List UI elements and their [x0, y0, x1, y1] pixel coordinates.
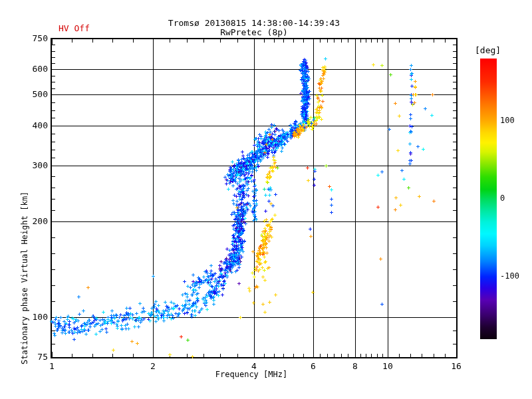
y-tick-label: 75 — [21, 352, 48, 362]
y-tick-label: 600 — [21, 64, 48, 74]
plot-title: Tromsø 20130815 14:38:00-14:39:43 — [168, 18, 340, 28]
y-tick-label: 200 — [21, 216, 48, 226]
x-tick-label: 1 — [49, 361, 55, 371]
x-tick-label: 8 — [352, 361, 358, 371]
ionogram-scatter-canvas — [0, 0, 532, 399]
x-tick-label: 10 — [382, 361, 393, 371]
colorbar-tick-label: 0 — [500, 194, 505, 203]
colorbar — [480, 59, 497, 339]
y-tick-label: 500 — [21, 89, 48, 99]
colorbar-tick-label: 100 — [500, 116, 515, 125]
x-tick-label: 6 — [311, 361, 316, 371]
x-tick-label: 16 — [451, 361, 462, 371]
hv-status-label: HV Off — [59, 23, 90, 33]
x-tick-label: 2 — [150, 361, 156, 371]
plot-subtitle: RwPretec (8p) — [220, 27, 288, 37]
colorbar-tick-label: -100 — [500, 271, 519, 281]
ionogram-figure: HV Off Tromsø 20130815 14:38:00-14:39:43… — [0, 0, 532, 399]
y-tick-label: 300 — [21, 160, 48, 170]
x-tick-label: 4 — [251, 361, 257, 371]
x-axis-title: Frequency [MHz] — [215, 370, 287, 379]
colorbar-unit-label: [deg] — [475, 45, 501, 55]
y-tick-label: 100 — [21, 312, 48, 322]
y-tick-label: 750 — [21, 33, 48, 43]
y-tick-label: 400 — [21, 120, 48, 130]
